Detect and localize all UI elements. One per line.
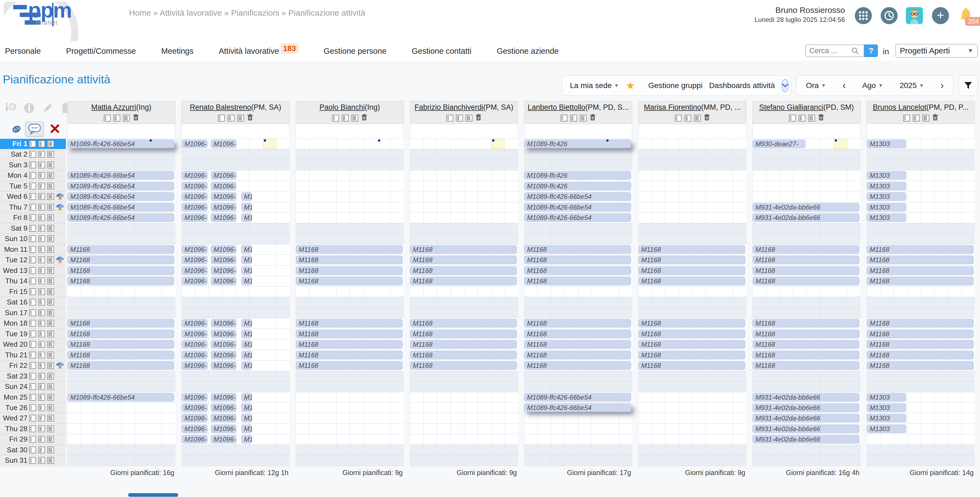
schedule-cell[interactable] [181, 445, 290, 455]
person-slot-checkbox[interactable] [342, 115, 348, 122]
next-month-button[interactable]: › [940, 81, 944, 91]
day-slot-checkbox[interactable] [29, 204, 36, 211]
schedule-cell[interactable] [410, 424, 518, 434]
day-slot-checkbox[interactable] [38, 288, 45, 295]
person-slot-checkbox[interactable] [228, 115, 234, 122]
schedule-cell[interactable]: M1168 [296, 318, 404, 329]
day-row[interactable]: Sun 24 [0, 381, 66, 392]
activity-bar[interactable]: M1096- [211, 182, 237, 191]
activity-bar[interactable]: M1168 [524, 256, 631, 264]
activity-bar[interactable]: M1168 [524, 361, 631, 370]
search-scope-select[interactable]: Progetti Aperti ▼ [896, 44, 978, 57]
day-row[interactable]: Wed 27 [0, 413, 66, 424]
schedule-cell[interactable]: M1168 [867, 255, 975, 265]
schedule-cell[interactable] [410, 455, 518, 466]
activity-bar[interactable]: M1089-ffc426-66be54 [524, 192, 631, 201]
schedule-cell[interactable] [524, 381, 632, 392]
activity-bar[interactable]: M1168 [524, 340, 631, 349]
day-slot-checkbox[interactable] [38, 415, 45, 422]
schedule-cell[interactable]: M931-4e02da-bb6e66 [752, 213, 861, 223]
schedule-cell[interactable] [67, 297, 175, 308]
day-slot-checkbox[interactable] [38, 267, 45, 274]
day-slot-checkbox[interactable] [47, 193, 54, 200]
schedule-cell[interactable]: M1168 [67, 276, 175, 286]
person-name-link[interactable]: Renato Balestreno [190, 103, 251, 111]
day-slot-checkbox[interactable] [38, 299, 45, 306]
schedule-cell[interactable] [867, 234, 975, 244]
schedule-cell[interactable] [67, 445, 175, 455]
schedule-cell[interactable] [638, 392, 746, 403]
schedule-cell[interactable]: M1089-ffc426 [524, 181, 632, 191]
day-slot-checkbox[interactable] [38, 341, 45, 348]
schedule-cell[interactable] [296, 202, 404, 213]
day-row[interactable]: Wed 6 [0, 191, 66, 202]
activity-bar[interactable]: M1168 [410, 319, 517, 327]
activity-bar[interactable]: M1096- [211, 425, 237, 433]
schedule-cell[interactable]: M1168 [410, 360, 518, 371]
user-avatar[interactable] [906, 7, 923, 24]
day-slot-checkbox[interactable] [47, 246, 54, 253]
person-slot-checkbox[interactable] [218, 115, 225, 122]
activity-bar[interactable]: M1168 [410, 277, 517, 285]
schedule-cell[interactable]: M1096-M1096-M10 [181, 424, 290, 434]
schedule-cell[interactable]: M1096-M1096-M10 [181, 392, 290, 403]
activity-bar[interactable]: M1168 [68, 351, 174, 359]
schedule-cell[interactable]: M1089-ffc426-66be54 [67, 181, 175, 191]
activity-bar[interactable]: M1096- [182, 340, 208, 349]
day-slot-checkbox[interactable] [38, 278, 45, 284]
day-slot-checkbox[interactable] [38, 373, 45, 379]
apps-grid-icon[interactable] [855, 7, 872, 24]
day-row[interactable]: Wed 13 [0, 265, 66, 276]
day-row[interactable]: Sun 31 [0, 455, 66, 466]
schedule-cell[interactable] [296, 223, 404, 234]
schedule-cell[interactable]: M1096-M1096-M10 [181, 245, 290, 255]
activity-bar[interactable]: M1168 [296, 245, 403, 254]
schedule-cell[interactable] [410, 308, 518, 318]
day-slot-checkbox[interactable] [38, 394, 45, 401]
schedule-cell[interactable]: M1168 [524, 360, 632, 371]
schedule-cell[interactable] [410, 297, 518, 308]
activity-bar[interactable]: M1168 [867, 245, 974, 254]
day-slot-checkbox[interactable] [29, 436, 36, 443]
schedule-cell[interactable] [181, 455, 290, 466]
day-slot-checkbox[interactable] [38, 225, 45, 232]
activity-bar[interactable]: M1096- [211, 351, 237, 359]
day-slot-checkbox[interactable] [29, 225, 36, 232]
schedule-cell[interactable] [410, 445, 518, 455]
activity-bar[interactable]: M10 [241, 403, 252, 412]
activity-bar[interactable]: M1168 [753, 319, 859, 327]
schedule-cell[interactable]: M1089-ffc426-66be54 [67, 170, 175, 181]
schedule-cell[interactable] [410, 160, 518, 170]
activity-bar[interactable]: M1096- [182, 425, 208, 433]
schedule-cell[interactable]: M1168 [752, 255, 861, 265]
activity-bar[interactable]: M1096- [182, 330, 208, 338]
activity-bar[interactable]: M1168 [753, 245, 859, 254]
activity-bar[interactable]: M1168 [638, 319, 745, 327]
activity-bar[interactable]: M1168 [638, 277, 745, 285]
schedule-cell[interactable] [867, 287, 975, 297]
schedule-cell[interactable] [181, 149, 290, 160]
schedule-cell[interactable] [752, 181, 861, 191]
activity-bar[interactable]: M1168 [867, 340, 974, 349]
schedule-cell[interactable] [296, 181, 404, 191]
activity-bar[interactable]: M1168 [296, 330, 403, 338]
day-slot-checkbox[interactable] [29, 151, 36, 158]
activity-bar[interactable]: M1089-ffc426-66be54 [68, 213, 174, 222]
activity-bar[interactable]: M1303 [867, 171, 906, 179]
schedule-cell[interactable]: M1089-ffc426-66be54 [524, 392, 632, 403]
schedule-cell[interactable]: M1089-ffc426-66be54 [67, 191, 175, 202]
activity-bar[interactable]: M1168 [867, 319, 974, 327]
search-help-button[interactable]: ? [864, 44, 878, 57]
activity-bar[interactable]: M1168 [410, 256, 517, 264]
activity-bar[interactable]: M1168 [296, 277, 403, 285]
delete-person-button[interactable] [361, 114, 368, 122]
person-slot-checkbox[interactable] [913, 115, 920, 122]
person-name-link[interactable]: Lanberto Biettollo [528, 103, 585, 111]
schedule-cell[interactable] [752, 308, 861, 318]
schedule-cell[interactable]: M1168 [867, 329, 975, 339]
day-slot-checkbox[interactable] [29, 214, 36, 221]
schedule-cell[interactable] [867, 160, 975, 170]
day-row[interactable]: Tue 26 [0, 403, 66, 413]
day-row[interactable]: Sun 3 [0, 160, 66, 170]
schedule-cell[interactable]: M1168 [296, 276, 404, 286]
